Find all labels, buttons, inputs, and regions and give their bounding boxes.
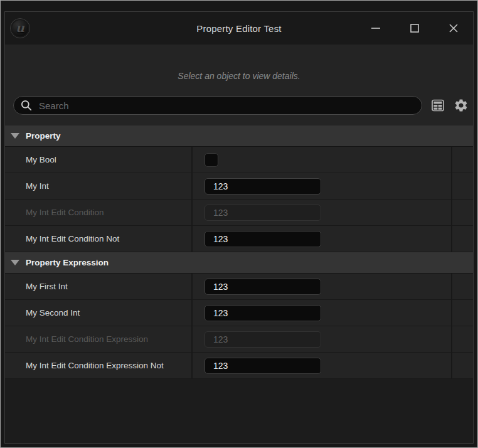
int-value-input[interactable] [204, 279, 321, 295]
property-label: My Int [26, 181, 49, 191]
property-value-cell [193, 200, 452, 225]
maximize-button[interactable] [395, 12, 434, 45]
property-grid: Property My Bool My Int My Int Edit Cond… [5, 125, 473, 379]
property-row: My Second Int [5, 300, 473, 326]
row-extra-cell [452, 300, 473, 326]
property-value-cell [193, 274, 452, 299]
triangle-down-icon [11, 260, 19, 265]
int-value-input[interactable] [204, 178, 321, 195]
property-name-cell[interactable]: My First Int [5, 274, 193, 299]
property-row: My Int [5, 173, 473, 200]
int-value-input[interactable] [204, 205, 321, 221]
search-row [5, 96, 473, 115]
property-label: My Bool [26, 155, 56, 164]
property-row: My Int Edit Condition Not [5, 226, 473, 252]
section-header-1[interactable]: Property Expression [5, 252, 473, 274]
logo-glyph: u [16, 21, 24, 35]
property-value-cell [193, 226, 452, 252]
row-extra-cell [452, 147, 473, 173]
row-extra-cell [452, 353, 473, 378]
property-value-cell [193, 147, 452, 173]
property-label: My Second Int [26, 308, 80, 317]
property-row: My Bool [5, 147, 473, 173]
minimize-button[interactable] [356, 12, 395, 45]
close-button[interactable] [434, 12, 473, 45]
property-label: My First Int [26, 282, 68, 291]
unreal-engine-logo-icon: u [10, 18, 30, 38]
row-extra-cell [452, 200, 473, 225]
titlebar[interactable]: u Property Editor Test [5, 12, 473, 45]
maximize-icon [410, 23, 420, 33]
property-name-cell[interactable]: My Int Edit Condition [5, 200, 193, 225]
property-name-cell[interactable]: My Int Edit Condition Expression [5, 326, 193, 352]
property-label: My Int Edit Condition Expression [26, 334, 148, 344]
window-controls [356, 12, 473, 45]
details-panel: Select an object to view details. [5, 45, 473, 379]
property-value-cell [193, 353, 452, 378]
empty-state-message: Select an object to view details. [5, 70, 473, 82]
view-options-button[interactable] [454, 98, 469, 113]
bool-checkbox[interactable] [204, 153, 218, 167]
row-extra-cell [452, 274, 473, 299]
property-name-cell[interactable]: My Int Edit Condition Not [5, 226, 193, 252]
property-label: My Int Edit Condition Not [26, 234, 119, 243]
int-value-input[interactable] [204, 231, 321, 247]
int-value-input[interactable] [204, 358, 321, 374]
property-row: My Int Edit Condition [5, 200, 473, 226]
property-row: My First Int [5, 274, 473, 300]
property-row: My Int Edit Condition Expression [5, 326, 473, 353]
search-input[interactable] [38, 100, 415, 112]
row-extra-cell [452, 226, 473, 252]
triangle-down-icon [11, 133, 19, 139]
property-row: My Int Edit Condition Expression Not [5, 353, 473, 379]
section-header-0[interactable]: Property [5, 125, 473, 147]
property-name-cell[interactable]: My Second Int [5, 300, 193, 326]
close-icon [449, 23, 459, 33]
property-label: My Int Edit Condition Expression Not [26, 361, 164, 370]
property-value-cell [193, 300, 452, 326]
section-label: Property [26, 131, 61, 141]
row-extra-cell [452, 173, 473, 199]
search-box[interactable] [13, 96, 422, 115]
display-filter-button[interactable] [430, 98, 445, 113]
property-editor-window: u Property Editor Test Select an object … [4, 11, 474, 444]
section-label: Property Expression [26, 258, 109, 267]
property-value-cell [193, 173, 452, 199]
gear-icon [454, 98, 469, 113]
table-grid-icon [430, 98, 445, 113]
screenshot-frame: u Property Editor Test Select an object … [0, 0, 478, 448]
empty-area [5, 379, 473, 443]
int-value-input[interactable] [204, 305, 321, 321]
int-value-input[interactable] [204, 331, 321, 348]
minimize-icon [371, 23, 381, 33]
property-name-cell[interactable]: My Int [5, 173, 193, 199]
property-label: My Int Edit Condition [26, 208, 104, 217]
row-extra-cell [452, 326, 473, 352]
property-value-cell [193, 326, 452, 352]
property-name-cell[interactable]: My Int Edit Condition Expression Not [5, 353, 193, 378]
search-icon [21, 100, 32, 111]
property-name-cell[interactable]: My Bool [5, 147, 193, 173]
